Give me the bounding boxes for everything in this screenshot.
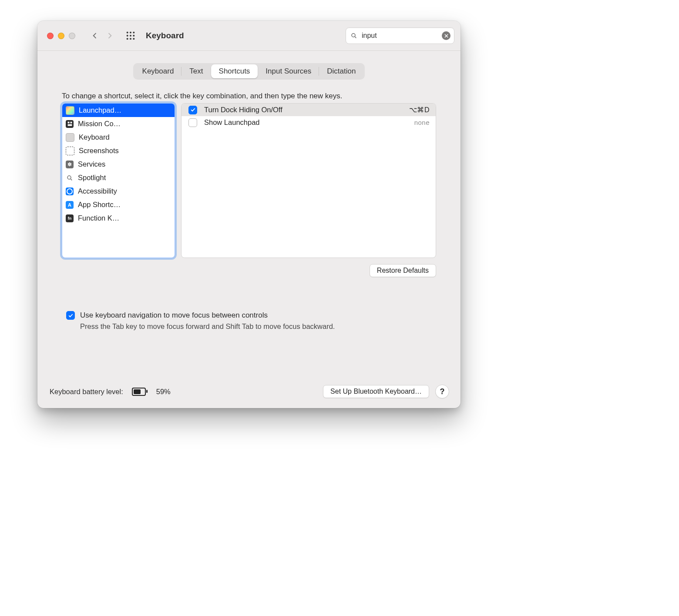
tab-text[interactable]: Text <box>182 64 211 78</box>
appstore-icon <box>66 201 74 209</box>
titlebar: Keyboard <box>37 21 461 51</box>
back-button[interactable] <box>87 28 102 43</box>
svg-point-1 <box>130 32 131 33</box>
keyboard-navigation-section: Use keyboard navigation to move focus be… <box>66 311 436 331</box>
close-window[interactable] <box>47 33 54 39</box>
search-icon <box>350 32 357 39</box>
accessibility-icon <box>66 187 74 195</box>
category-accessibility[interactable]: Accessibility <box>62 184 175 198</box>
svg-line-17 <box>71 179 72 180</box>
category-spotlight[interactable]: Spotlight <box>62 171 175 184</box>
svg-point-4 <box>130 35 131 37</box>
keyboard-navigation-label: Use keyboard navigation to move focus be… <box>80 311 268 320</box>
window-controls <box>47 33 75 39</box>
category-services[interactable]: Services <box>62 157 175 171</box>
category-label: Services <box>78 160 105 168</box>
category-screenshot[interactable]: Screenshots <box>62 144 175 157</box>
battery-percent: 59% <box>156 388 171 396</box>
tab-keyboard[interactable]: Keyboard <box>134 64 182 78</box>
search-input[interactable] <box>361 31 438 40</box>
mission-control-icon <box>66 120 74 128</box>
svg-point-8 <box>133 38 134 40</box>
screenshot-icon <box>66 147 74 155</box>
clear-search-icon[interactable] <box>442 31 450 40</box>
shortcut-checkbox[interactable] <box>188 106 197 114</box>
shortcut-keys[interactable]: none <box>414 119 430 126</box>
category-mission[interactable]: Mission Co… <box>62 117 175 131</box>
keyboard-icon <box>66 133 74 142</box>
keyboard-navigation-subtext: Press the Tab key to move focus forward … <box>80 322 436 331</box>
category-label: Spotlight <box>78 174 106 182</box>
spotlight-icon <box>66 174 74 182</box>
svg-point-3 <box>127 35 128 37</box>
fn-icon <box>66 214 74 222</box>
tab-input-sources[interactable]: Input Sources <box>258 64 319 78</box>
category-label: Screenshots <box>79 147 119 155</box>
preferences-window: Keyboard KeyboardTextShortcutsInput Sour… <box>37 21 461 408</box>
shortcut-label: Show Launchpad <box>204 118 414 127</box>
category-appstore[interactable]: App Shortc… <box>62 198 175 211</box>
category-label: Accessibility <box>78 187 117 195</box>
keyboard-navigation-checkbox[interactable] <box>66 311 75 320</box>
category-label: Keyboard <box>79 133 110 141</box>
tab-shortcuts[interactable]: Shortcuts <box>211 64 258 78</box>
svg-rect-14 <box>70 122 72 124</box>
show-all-icon[interactable] <box>123 28 138 43</box>
services-icon <box>66 161 74 168</box>
shortcut-row[interactable]: Show Launchpadnone <box>182 116 436 129</box>
svg-rect-15 <box>67 124 72 126</box>
tab-bar: KeyboardTextShortcutsInput SourcesDictat… <box>133 63 365 80</box>
forward-button[interactable] <box>102 28 117 43</box>
window-title: Keyboard <box>146 31 184 40</box>
shortcut-label: Turn Dock Hiding On/Off <box>204 106 409 114</box>
svg-point-6 <box>127 38 128 40</box>
bluetooth-keyboard-button[interactable]: Set Up Bluetooth Keyboard… <box>323 385 429 398</box>
svg-point-16 <box>67 176 71 179</box>
category-label: Mission Co… <box>78 120 121 128</box>
category-label: Function K… <box>78 214 119 222</box>
svg-rect-13 <box>67 122 69 124</box>
shortcut-keys[interactable]: ⌥⌘D <box>409 106 430 114</box>
restore-defaults-button[interactable]: Restore Defaults <box>370 264 436 277</box>
category-launchpad[interactable]: Launchpad… <box>62 104 175 117</box>
shortcut-checkbox[interactable] <box>188 118 197 127</box>
svg-point-7 <box>130 38 131 40</box>
tab-dictation[interactable]: Dictation <box>319 64 363 78</box>
category-keyboard[interactable]: Keyboard <box>62 131 175 144</box>
battery-icon <box>132 388 146 396</box>
category-fn[interactable]: Function K… <box>62 211 175 225</box>
svg-line-10 <box>355 37 356 38</box>
search-field[interactable] <box>346 27 454 44</box>
svg-point-9 <box>352 33 355 37</box>
maximize-window[interactable] <box>69 33 75 39</box>
shortcut-instructions: To change a shortcut, select it, click t… <box>50 92 448 100</box>
category-list[interactable]: Launchpad…Mission Co…KeyboardScreenshots… <box>62 103 175 258</box>
svg-point-5 <box>133 35 134 37</box>
svg-point-0 <box>127 32 128 33</box>
category-label: Launchpad… <box>79 106 121 114</box>
category-label: App Shortc… <box>78 201 121 209</box>
svg-point-2 <box>133 32 134 33</box>
shortcut-row[interactable]: Turn Dock Hiding On/Off⌥⌘D <box>182 104 436 116</box>
battery-label: Keyboard battery level: <box>50 388 123 396</box>
help-button[interactable]: ? <box>435 385 449 398</box>
launchpad-icon <box>66 106 74 115</box>
minimize-window[interactable] <box>58 33 64 39</box>
shortcut-list[interactable]: Turn Dock Hiding On/Off⌥⌘DShow Launchpad… <box>181 103 436 258</box>
